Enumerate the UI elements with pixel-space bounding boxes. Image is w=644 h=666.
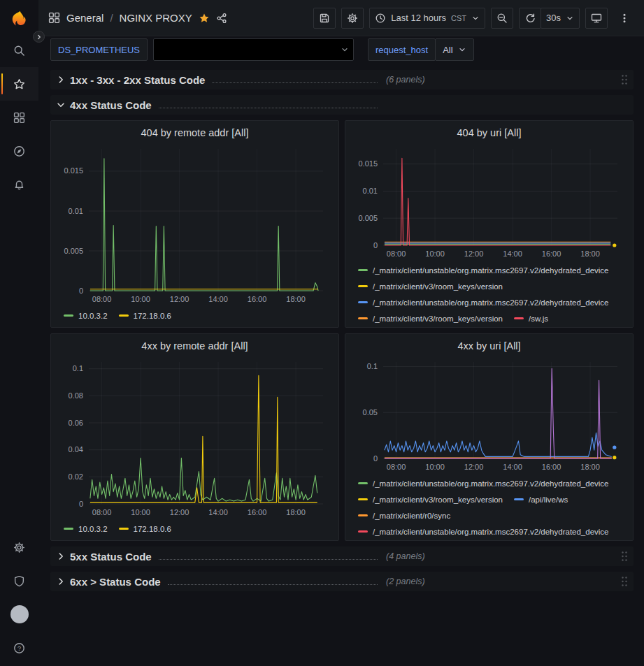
series-name: /_matrix/client/v3/room_keys/version bbox=[373, 314, 503, 323]
dashboard-settings-button[interactable] bbox=[341, 8, 364, 29]
svg-text:0.005: 0.005 bbox=[64, 247, 83, 255]
legend-item[interactable]: 10.0.3.2 bbox=[64, 308, 108, 323]
row-panel-count: (2 panels) bbox=[386, 577, 425, 586]
request-host-label-button[interactable]: request_host bbox=[368, 38, 436, 61]
zoom-out-button[interactable] bbox=[491, 8, 513, 29]
sidebar-bottom-nav: ? bbox=[0, 530, 38, 666]
series-name: /_matrix/client/unstable/org.matrix.msc2… bbox=[373, 528, 609, 536]
legend-item[interactable]: /_matrix/client/v3/room_keys/version bbox=[358, 279, 503, 294]
series-name: 172.18.0.6 bbox=[134, 312, 171, 320]
dashboards-grid-icon bbox=[13, 112, 25, 124]
chevron-right-icon bbox=[56, 577, 66, 586]
legend-item[interactable]: /_matrix/client/unstable/org.matrix.msc2… bbox=[358, 524, 609, 539]
timeseries-chart[interactable]: 00.020.040.060.080.108:0010:0012:0014:00… bbox=[58, 355, 331, 519]
datasource-variable-button[interactable]: DS_PROMETHEUS bbox=[50, 38, 148, 61]
series-swatch-icon bbox=[514, 317, 524, 319]
svg-text:10:00: 10:00 bbox=[425, 463, 445, 471]
legend-item[interactable]: 172.18.0.6 bbox=[119, 308, 171, 323]
row-4xx-status-code[interactable]: 4xx Status Code bbox=[50, 95, 634, 115]
breadcrumb-folder[interactable]: General bbox=[66, 12, 103, 24]
clock-icon bbox=[375, 13, 386, 24]
bell-icon bbox=[13, 179, 25, 191]
svg-text:0.06: 0.06 bbox=[69, 419, 83, 427]
panel-title[interactable]: 4xx by uri [All] bbox=[352, 337, 626, 355]
row-6xx-status-code[interactable]: 6xx > Status Code (2 panels) bbox=[50, 572, 634, 591]
series-name: 10.0.3.2 bbox=[78, 525, 108, 533]
dashboard-title[interactable]: NGINX PROXY bbox=[120, 12, 192, 24]
refresh-button[interactable] bbox=[519, 8, 541, 29]
save-dashboard-button[interactable] bbox=[313, 8, 336, 29]
share-icon[interactable] bbox=[216, 13, 227, 24]
svg-text:14:00: 14:00 bbox=[503, 463, 522, 471]
row-title: 1xx - 3xx - 2xx Status Code bbox=[70, 74, 205, 86]
svg-text:0.1: 0.1 bbox=[73, 364, 83, 372]
timeseries-chart[interactable]: 00.0050.010.01508:0010:0012:0014:0016:00… bbox=[352, 142, 626, 261]
refresh-interval-value: 30s bbox=[546, 13, 561, 23]
legend-item[interactable]: /_matrix/client/unstable/org.matrix.msc2… bbox=[358, 476, 609, 491]
panel-title[interactable]: 404 by uri [All] bbox=[352, 124, 626, 142]
compass-icon bbox=[13, 145, 25, 157]
drag-handle-icon[interactable] bbox=[621, 74, 628, 85]
sidebar-item-settings[interactable] bbox=[0, 530, 38, 564]
apps-grid-icon[interactable] bbox=[48, 12, 60, 24]
chart-legend: 10.0.3.2172.18.0.6 bbox=[58, 306, 331, 327]
sidebar-item-dashboards[interactable] bbox=[0, 101, 38, 134]
sidebar-item-starred[interactable] bbox=[0, 67, 38, 101]
request-host-value-dropdown[interactable]: All bbox=[435, 38, 473, 61]
dashboard-toolbar: Last 12 hours CST 30s bbox=[313, 8, 636, 29]
legend-item[interactable]: /_matrix/client/r0/sync bbox=[358, 508, 450, 523]
dotted-leader bbox=[159, 553, 378, 560]
dotted-leader bbox=[212, 76, 378, 83]
drag-handle-icon[interactable] bbox=[621, 576, 628, 587]
svg-text:12:00: 12:00 bbox=[170, 508, 189, 516]
svg-text:0: 0 bbox=[373, 454, 378, 463]
sidebar-item-profile[interactable] bbox=[0, 598, 38, 631]
legend-item[interactable]: /_matrix/client/v3/room_keys/version bbox=[358, 492, 503, 507]
chart-legend: /_matrix/client/unstable/org.matrix.msc2… bbox=[352, 261, 626, 327]
legend-item[interactable]: 172.18.0.6 bbox=[119, 521, 171, 536]
svg-text:08:00: 08:00 bbox=[387, 249, 406, 258]
legend-item[interactable]: 10.0.3.2 bbox=[64, 521, 108, 536]
svg-text:18:00: 18:00 bbox=[580, 463, 600, 471]
panel-title[interactable]: 404 by remote addr [All] bbox=[58, 124, 331, 142]
host-variable-select[interactable] bbox=[153, 38, 354, 61]
row-1xx-3xx-2xx-status-code[interactable]: 1xx - 3xx - 2xx Status Code (6 panels) bbox=[50, 70, 634, 89]
legend-item[interactable]: /_matrix/client/v3/room_keys/version bbox=[358, 311, 503, 326]
sidebar-item-alerting[interactable] bbox=[0, 168, 38, 201]
timeseries-chart[interactable]: 00.050.108:0010:0012:0014:0016:0018:00 bbox=[352, 355, 626, 474]
svg-text:0: 0 bbox=[79, 500, 83, 508]
row-5xx-status-code[interactable]: 5xx Status Code (4 panels) bbox=[50, 546, 634, 566]
row-panel-count: (4 panels) bbox=[386, 551, 425, 561]
panel-title[interactable]: 4xx by remote addr [All] bbox=[58, 337, 331, 355]
series-name: /sw.js bbox=[529, 314, 548, 323]
series-name: 10.0.3.2 bbox=[78, 312, 108, 320]
series-swatch-icon bbox=[358, 482, 368, 484]
refresh-interval-dropdown[interactable]: 30s bbox=[541, 8, 580, 29]
svg-text:10:00: 10:00 bbox=[131, 508, 150, 516]
kebab-menu-button[interactable] bbox=[613, 8, 636, 29]
series-name: /api/live/ws bbox=[529, 495, 568, 504]
legend-item[interactable]: /sw.js bbox=[514, 311, 548, 326]
row-panel-count: (6 panels) bbox=[386, 75, 425, 85]
sidebar-item-server-admin[interactable] bbox=[0, 564, 38, 598]
svg-text:16:00: 16:00 bbox=[542, 249, 561, 258]
timezone-label: CST bbox=[451, 14, 466, 22]
sidebar-item-help[interactable]: ? bbox=[0, 631, 38, 665]
svg-text:08:00: 08:00 bbox=[387, 463, 406, 471]
sidebar-expand-button[interactable] bbox=[33, 31, 45, 43]
drag-handle-icon[interactable] bbox=[621, 551, 628, 562]
legend-item[interactable]: /_matrix/client/unstable/org.matrix.msc2… bbox=[358, 295, 609, 310]
favorite-star-icon[interactable] bbox=[199, 13, 210, 24]
time-range-picker[interactable]: Last 12 hours CST bbox=[369, 8, 485, 29]
grafana-logo[interactable] bbox=[0, 6, 38, 34]
row-title: 6xx > Status Code bbox=[70, 576, 161, 588]
series-swatch-icon bbox=[358, 317, 368, 319]
sidebar-item-explore[interactable] bbox=[0, 134, 38, 168]
timeseries-chart[interactable]: 00.0050.010.01508:0010:0012:0014:0016:00… bbox=[58, 142, 331, 306]
tv-mode-button[interactable] bbox=[585, 8, 608, 29]
svg-text:0.05: 0.05 bbox=[363, 408, 378, 417]
series-swatch-icon bbox=[514, 498, 524, 500]
svg-text:18:00: 18:00 bbox=[286, 295, 306, 303]
legend-item[interactable]: /_matrix/client/unstable/org.matrix.msc2… bbox=[358, 263, 609, 277]
legend-item[interactable]: /api/live/ws bbox=[514, 492, 568, 507]
